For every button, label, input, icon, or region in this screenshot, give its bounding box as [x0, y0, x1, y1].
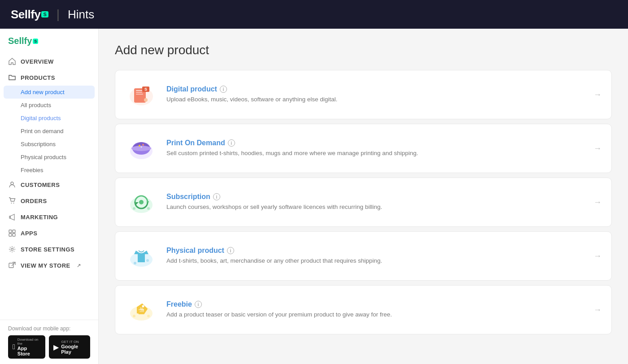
freebie-product-content: Freebie i Add a product teaser or basic … [166, 300, 586, 319]
svg-point-20 [139, 145, 140, 147]
app-badges:  Download on the App Store ▶ GET IT ON … [8, 335, 90, 359]
sidebar-sub-subscriptions[interactable]: Subscriptions [0, 138, 98, 151]
sidebar-item-view-my-store[interactable]: VIEW MY STORE ↗ [0, 257, 98, 273]
svg-rect-12 [136, 92, 142, 93]
svg-text:%: % [140, 307, 144, 312]
sidebar-sub-physical-products[interactable]: Physical products [0, 151, 98, 164]
physical-product-desc: Add t-shirts, books, art, merchandise or… [166, 257, 586, 265]
product-card-digital[interactable]: S Digital product i Upload eBooks, music… [115, 70, 612, 119]
svg-rect-3 [9, 230, 12, 233]
sidebar-sub-add-new-product-label: Add new product [21, 89, 65, 95]
sidebar-item-view-my-store-label: VIEW MY STORE [21, 262, 70, 269]
google-play-text: GET IT ON Google Play [61, 340, 86, 355]
sidebar-sub-add-new-product[interactable]: Add new product [4, 86, 95, 99]
sidebar-sub-all-products[interactable]: All products [0, 99, 98, 112]
sidebar-item-store-settings-label: STORE SETTINGS [21, 246, 74, 253]
sidebar-sub-digital-products[interactable]: Digital products [0, 112, 98, 125]
download-label: Download our mobile app: [8, 325, 90, 332]
digital-product-arrow: → [593, 90, 602, 100]
google-play-badge[interactable]: ▶ GET IT ON Google Play [49, 335, 90, 359]
svg-point-38 [147, 315, 150, 317]
sidebar-item-products[interactable]: PRODUCTS [0, 69, 98, 86]
freebie-info-icon[interactable]: i [195, 301, 202, 308]
freebie-product-icon: % [125, 294, 157, 326]
topbar: SellfyS | Hints [0, 0, 628, 29]
sidebar-item-marketing-label: MARKETING [21, 214, 58, 221]
sidebar-item-store-settings[interactable]: STORE SETTINGS [0, 241, 98, 257]
svg-point-7 [11, 248, 13, 251]
apple-icon:  [13, 343, 15, 351]
google-play-sub: GET IT ON [61, 340, 86, 344]
print-product-title: Print On Demand i [166, 139, 586, 147]
svg-text:S: S [144, 87, 147, 91]
svg-rect-8 [9, 263, 13, 268]
product-card-subscription[interactable]: Subscription i Launch courses, workshops… [115, 178, 612, 227]
main-content: Add new product S [99, 29, 628, 364]
product-card-freebie[interactable]: % Freebie i Add a product teaser or basi… [115, 285, 612, 334]
subscription-arrow: → [593, 198, 602, 207]
svg-rect-4 [13, 230, 15, 233]
app-store-sub: Download on the [17, 338, 41, 346]
svg-point-23 [130, 197, 153, 213]
freebie-product-desc: Add a product teaser or basic version of… [166, 311, 586, 319]
digital-product-desc: Upload eBooks, music, videos, software o… [166, 95, 586, 104]
sidebar-sub-physical-products-label: Physical products [21, 154, 66, 160]
sidebar-sub-print-on-demand[interactable]: Print on demand [0, 125, 98, 138]
sidebar-item-apps-label: APPS [21, 230, 37, 237]
home-icon [8, 57, 16, 65]
svg-point-37 [133, 315, 135, 317]
sidebar-sub-freebies[interactable]: Freebies [0, 164, 98, 177]
svg-point-21 [142, 144, 144, 146]
product-card-print[interactable]: Print On Demand i Sell custom printed t-… [115, 124, 612, 173]
physical-info-icon[interactable]: i [227, 247, 234, 254]
sidebar-logo-text: Sellfy [8, 36, 32, 46]
external-link-icon: ↗ [77, 263, 81, 269]
svg-point-31 [146, 259, 149, 262]
topbar-logo: SellfyS [11, 8, 48, 22]
subscription-product-desc: Launch courses, workshops or sell yearly… [166, 203, 586, 212]
sidebar-sub-all-products-label: All products [21, 102, 51, 108]
sidebar-sub-subscriptions-label: Subscriptions [21, 141, 56, 147]
sidebar-item-customers[interactable]: CUSTOMERS [0, 177, 98, 193]
svg-point-30 [134, 262, 136, 264]
person-icon [8, 181, 16, 189]
sidebar-logo-area: SellfyS [0, 29, 98, 50]
sidebar-item-overview-label: OVERVIEW [21, 58, 54, 65]
sidebar-footer: Download our mobile app:  Download on t… [0, 320, 98, 364]
print-product-info-icon[interactable]: i [228, 139, 235, 147]
svg-rect-5 [9, 234, 12, 236]
digital-product-info-icon[interactable]: i [220, 86, 227, 93]
physical-arrow: → [593, 251, 602, 261]
product-card-physical[interactable]: Physical product i Add t-shirts, books, … [115, 231, 612, 281]
topbar-divider: | [57, 7, 60, 22]
layout: SellfyS OVERVIEW PRODUCTS [0, 29, 628, 364]
cart-icon [8, 197, 16, 205]
gear-icon [8, 245, 16, 253]
grid-icon [8, 229, 16, 237]
svg-point-26 [139, 200, 144, 204]
sidebar-item-orders[interactable]: ORDERS [0, 193, 98, 209]
svg-rect-6 [13, 234, 15, 236]
digital-product-title: Digital product i [166, 85, 586, 93]
sidebar-item-apps[interactable]: APPS [0, 225, 98, 241]
sidebar-item-overview[interactable]: OVERVIEW [0, 53, 98, 69]
app-store-text: Download on the App Store [17, 338, 41, 356]
sidebar-sub-freebies-label: Freebies [21, 167, 44, 173]
physical-product-title: Physical product i [166, 247, 586, 255]
physical-product-content: Physical product i Add t-shirts, books, … [166, 247, 586, 265]
sidebar: SellfyS OVERVIEW PRODUCTS [0, 29, 99, 364]
freebie-arrow: → [593, 305, 602, 315]
svg-point-1 [11, 203, 12, 204]
topbar-logo-text: Sellfy [11, 8, 40, 22]
sidebar-sub-print-on-demand-label: Print on demand [21, 128, 63, 134]
topbar-title: Hints [68, 8, 94, 22]
sidebar-item-marketing[interactable]: MARKETING [0, 209, 98, 225]
google-play-name: Google Play [61, 344, 86, 355]
subscription-info-icon[interactable]: i [213, 193, 220, 200]
app-store-badge[interactable]:  Download on the App Store [8, 335, 45, 359]
sidebar-item-customers-label: CUSTOMERS [21, 182, 60, 188]
sidebar-item-orders-label: ORDERS [21, 198, 47, 204]
physical-product-icon [125, 240, 157, 272]
svg-point-0 [11, 182, 13, 185]
external-icon [8, 261, 16, 269]
